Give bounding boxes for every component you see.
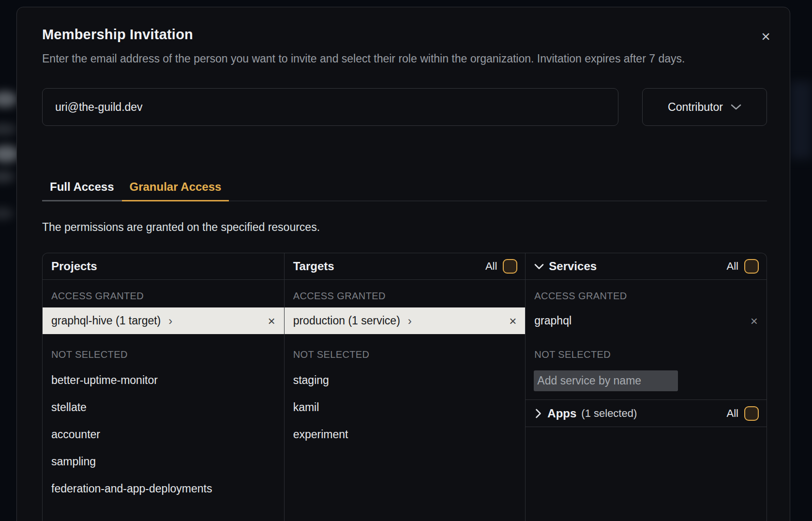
- target-list-item[interactable]: kamil: [285, 394, 526, 421]
- projects-column-title: Projects: [51, 260, 97, 273]
- apps-selected-count: (1 selected): [581, 407, 637, 420]
- project-list-item[interactable]: stellate: [43, 394, 284, 421]
- project-list-item[interactable]: accounter: [43, 421, 284, 448]
- role-select-value: Contributor: [668, 101, 723, 114]
- apps-all-label: All: [727, 407, 738, 420]
- backdrop-blur-blob: [0, 123, 16, 136]
- close-icon[interactable]: ×: [761, 29, 770, 44]
- backdrop-blur-blob: [0, 170, 15, 183]
- role-select[interactable]: Contributor: [642, 88, 767, 126]
- access-granted-label: ACCESS GRANTED: [526, 289, 767, 303]
- dialog-title: Membership Invitation: [42, 27, 767, 43]
- remove-project-icon[interactable]: ×: [268, 315, 275, 327]
- project-list-item[interactable]: federation-and-app-deployments: [43, 475, 284, 502]
- targets-column: Targets All ACCESS GRANTED production (1…: [284, 253, 526, 521]
- services-column-title: Services: [549, 260, 597, 273]
- not-selected-label: NOT SELECTED: [526, 347, 767, 362]
- chevron-down-icon: [731, 104, 741, 110]
- access-granted-label: ACCESS GRANTED: [285, 289, 526, 303]
- backdrop-glow: [790, 81, 812, 159]
- membership-invitation-dialog: × Membership Invitation Enter the email …: [16, 7, 790, 521]
- invite-email-input[interactable]: [42, 88, 618, 126]
- targets-all-checkbox[interactable]: [503, 259, 517, 274]
- backdrop-blur-blob: [0, 91, 17, 107]
- project-list-item[interactable]: sampling: [43, 448, 284, 475]
- projects-not-selected-list: better-uptime-monitor stellate accounter…: [43, 367, 284, 502]
- services-column-body: ACCESS GRANTED graphql × NOT SELECTED Ap…: [526, 280, 767, 427]
- services-all-label: All: [727, 260, 738, 273]
- apps-all-checkbox[interactable]: [744, 406, 759, 421]
- targets-column-body: ACCESS GRANTED production (1 service) › …: [285, 280, 526, 448]
- services-column-header[interactable]: Services All: [526, 253, 767, 280]
- granted-project-name: graphql-hive (1 target): [51, 314, 161, 327]
- services-column: Services All ACCESS GRANTED graphql × NO…: [525, 253, 767, 521]
- not-selected-label: NOT SELECTED: [285, 347, 526, 362]
- targets-all-group: All: [485, 259, 517, 274]
- target-list-item[interactable]: experiment: [285, 421, 526, 448]
- project-list-item[interactable]: better-uptime-monitor: [43, 367, 284, 394]
- chevron-down-icon: [534, 263, 544, 270]
- granted-target-row[interactable]: production (1 service) › ×: [285, 307, 526, 334]
- apps-section-row[interactable]: Apps (1 selected) All: [526, 399, 767, 427]
- targets-column-header: Targets All: [285, 253, 526, 280]
- targets-all-label: All: [485, 260, 497, 273]
- granted-target-name: production (1 service): [293, 314, 400, 327]
- chevron-right-icon: ›: [168, 315, 172, 327]
- targets-column-title: Targets: [293, 260, 334, 273]
- not-selected-label: NOT SELECTED: [43, 347, 284, 362]
- invite-form-row: Contributor: [42, 88, 767, 126]
- access-tabs: Full Access Granular Access: [42, 180, 767, 201]
- dialog-description: Enter the email address of the person yo…: [42, 49, 767, 68]
- tab-granular-access[interactable]: Granular Access: [122, 180, 229, 201]
- services-all-group: All: [727, 259, 759, 274]
- services-all-checkbox[interactable]: [744, 259, 759, 274]
- projects-column-header: Projects: [43, 253, 284, 280]
- chevron-right-icon: [535, 409, 541, 418]
- add-service-input[interactable]: [534, 370, 678, 391]
- chevron-right-icon: ›: [408, 315, 412, 327]
- granted-service-row[interactable]: graphql ×: [526, 307, 767, 334]
- projects-column-body: ACCESS GRANTED graphql-hive (1 target) ›…: [43, 280, 284, 502]
- targets-not-selected-list: staging kamil experiment: [285, 367, 526, 448]
- access-granted-label: ACCESS GRANTED: [43, 289, 284, 303]
- remove-target-icon[interactable]: ×: [509, 315, 516, 327]
- resources-panel: Projects ACCESS GRANTED graphql-hive (1 …: [42, 253, 767, 521]
- tab-full-access[interactable]: Full Access: [42, 180, 122, 201]
- permissions-note: The permissions are granted on the speci…: [42, 221, 767, 234]
- granted-project-row[interactable]: graphql-hive (1 target) › ×: [43, 307, 284, 334]
- granted-service-name: graphql: [534, 314, 571, 327]
- apps-section-title: Apps: [547, 407, 576, 420]
- apps-all-group: All: [727, 406, 759, 421]
- backdrop-blur-blob: [0, 207, 14, 220]
- projects-column: Projects ACCESS GRANTED graphql-hive (1 …: [43, 253, 284, 521]
- target-list-item[interactable]: staging: [285, 367, 526, 394]
- remove-service-icon[interactable]: ×: [751, 315, 758, 327]
